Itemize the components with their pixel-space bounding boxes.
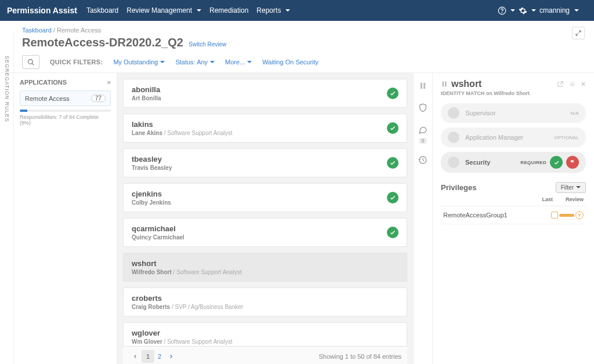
check-icon <box>387 122 399 134</box>
approve-button[interactable] <box>550 156 563 169</box>
qf-more[interactable]: More... <box>225 59 252 65</box>
detail-username: wshort <box>451 79 481 89</box>
user-list: abonillaArt BonillalakinsLane Akins / So… <box>117 73 413 364</box>
svg-point-7 <box>571 83 573 85</box>
svg-rect-4 <box>423 83 425 89</box>
progress-bar <box>20 110 111 112</box>
check-icon <box>387 88 399 99</box>
segregation-rules-tab[interactable]: SEGREGATION RULES <box>0 32 14 364</box>
search-icon[interactable] <box>22 55 39 69</box>
qf-waiting-security[interactable]: Waiting On Security <box>262 59 318 65</box>
filter-button[interactable]: Filter <box>556 182 586 193</box>
nav-user[interactable]: cmanning <box>539 6 579 14</box>
role-row: SecurityREQUIRED <box>441 152 586 173</box>
check-icon <box>387 157 399 169</box>
user-row[interactable]: wshortWilfredo Short / Software Support … <box>123 253 407 282</box>
svg-point-1 <box>502 12 503 13</box>
check-icon <box>387 227 399 238</box>
user-row[interactable]: tbeasleyTravis Beasley <box>123 148 407 177</box>
user-row[interactable]: lakinsLane Akins / Software Support Anal… <box>123 114 407 143</box>
icon-rail: 0 <box>413 73 433 364</box>
user-row[interactable]: abonillaArt Bonilla <box>123 79 407 108</box>
comment-count: 0 <box>419 138 426 144</box>
nav-reports[interactable]: Reports <box>256 6 290 14</box>
pause-icon[interactable] <box>417 80 429 92</box>
brand: Permission Assist <box>7 6 77 15</box>
open-external-icon[interactable] <box>556 81 564 88</box>
privileges-heading: Privileges <box>441 183 476 192</box>
detail-gear-icon[interactable] <box>568 81 576 88</box>
detail-panel: wshort ✕ IDENTITY MATCH on Wilfredo Shor… <box>433 73 594 364</box>
switch-review-link[interactable]: Switch Review <box>189 41 226 48</box>
qf-status[interactable]: Status: Any <box>175 59 215 65</box>
navbar: Permission Assist Taskboard Review Manag… <box>0 0 594 21</box>
quickfilters-label: QUICK FILTERS: <box>50 59 103 65</box>
pager-page-1[interactable]: 1 <box>142 350 154 363</box>
pager-info: Showing 1 to 50 of 84 entries <box>319 353 401 360</box>
expand-icon[interactable] <box>572 27 585 39</box>
applications-panel: APPLICATIONS × Remote Access 77 Responsi… <box>14 73 117 364</box>
identity-match: IDENTITY MATCH on Wilfredo Short <box>441 90 586 96</box>
svg-rect-3 <box>421 83 422 89</box>
gear-icon[interactable] <box>519 6 528 15</box>
role-row: SupervisorN/A <box>441 103 586 123</box>
pager-page-2[interactable]: 2 <box>154 353 165 360</box>
page-title: RemoteAccess-DR2020.2_Q2 <box>22 36 183 49</box>
page-head: Taskboard / Remote Access RemoteAccess-D… <box>0 21 594 73</box>
nav-remediation[interactable]: Remediation <box>209 6 248 14</box>
help-icon[interactable] <box>498 6 507 15</box>
svg-rect-5 <box>443 82 444 87</box>
app-remote-access[interactable]: Remote Access 77 <box>20 90 111 106</box>
pager: 1 2 Showing 1 to 50 of 84 entries <box>123 346 407 364</box>
shield-icon[interactable] <box>417 102 429 114</box>
app-count-badge: 77 <box>91 94 106 102</box>
breadcrumb-current: Remote Access <box>57 27 101 34</box>
user-row[interactable]: qcarmichaelQuincy Carmichael <box>123 218 407 247</box>
detail-close-icon[interactable]: ✕ <box>581 81 586 88</box>
check-icon <box>387 192 399 203</box>
review-slider[interactable]: Y <box>551 211 584 219</box>
progress-text: Responsibilities: 7 of 84 Complete (8%) <box>20 114 111 126</box>
breadcrumb: Taskboard / Remote Access <box>22 27 585 34</box>
quick-filters: QUICK FILTERS: My Outstanding Status: An… <box>22 55 585 69</box>
privilege-row: RemoteAccessGroup1 Y <box>441 206 586 224</box>
user-row[interactable]: cjenkinsColby Jenkins <box>123 183 407 212</box>
comment-icon[interactable] <box>417 124 429 136</box>
flag-button[interactable] <box>566 156 579 169</box>
avatar <box>448 156 459 168</box>
pager-prev[interactable] <box>129 350 142 363</box>
close-icon[interactable]: × <box>107 79 111 86</box>
applications-heading: APPLICATIONS <box>20 79 67 86</box>
svg-rect-6 <box>445 82 447 87</box>
role-row: Application ManagerOPTIONAL <box>441 128 586 147</box>
user-row[interactable]: crobertsCraig Roberts / SVP / Ag/Busines… <box>123 287 407 316</box>
user-row[interactable]: wgloverWm Glover / Software Support Anal… <box>123 322 407 346</box>
avatar <box>448 107 459 119</box>
nav-taskboard[interactable]: Taskboard <box>86 6 118 14</box>
avatar <box>448 132 459 143</box>
pause-small-icon <box>441 81 448 88</box>
nav-review-mgmt[interactable]: Review Management <box>126 6 201 14</box>
col-last: Last <box>542 196 553 202</box>
breadcrumb-root[interactable]: Taskboard <box>22 27 52 34</box>
pager-next[interactable] <box>165 350 178 363</box>
svg-point-2 <box>28 59 32 64</box>
qf-my-outstanding[interactable]: My Outstanding <box>113 59 165 65</box>
col-review: Review <box>566 196 584 202</box>
history-icon[interactable] <box>417 154 429 166</box>
